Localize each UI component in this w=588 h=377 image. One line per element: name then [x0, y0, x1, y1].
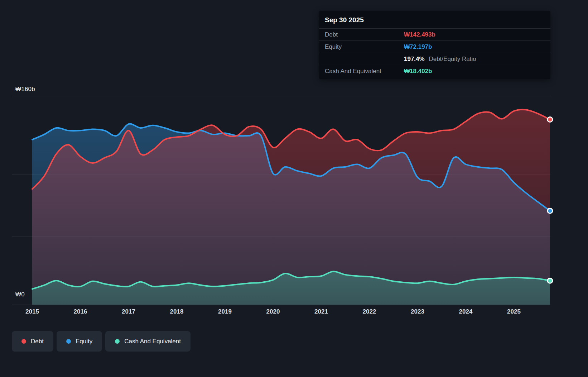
y-axis-label-top: ₩160b — [15, 86, 35, 93]
tooltip-row-equity: Equity ₩72.197b — [319, 40, 550, 53]
x-axis-label: 2016 — [74, 308, 87, 315]
x-axis-label: 2025 — [507, 308, 521, 315]
tooltip-row-ratio: 197.4% Debt/Equity Ratio — [319, 53, 550, 65]
equity-endpoint-marker — [548, 208, 553, 213]
tooltip-cash-label: Cash And Equivalent — [325, 68, 404, 75]
tooltip-ratio-value: 197.4% — [404, 56, 425, 62]
legend-item-debt[interactable]: Debt — [12, 331, 53, 352]
x-axis-label: 2021 — [314, 308, 328, 315]
x-axis-label: 2020 — [266, 308, 280, 315]
tooltip-equity-label: Equity — [325, 43, 404, 51]
legend-dot-equity-icon — [66, 339, 71, 344]
legend-label-equity: Equity — [76, 338, 92, 345]
debt-endpoint-marker — [548, 117, 553, 122]
y-axis-label-zero: ₩0 — [15, 291, 25, 298]
x-axis-label: 2019 — [218, 308, 232, 315]
x-axis-label: 2017 — [122, 308, 135, 315]
x-axis-label: 2018 — [170, 308, 184, 315]
tooltip-equity-value: ₩72.197b — [404, 43, 545, 51]
legend-label-debt: Debt — [31, 338, 44, 345]
x-axis-label: 2024 — [459, 308, 473, 315]
tooltip-row-debt: Debt ₩142.493b — [319, 28, 550, 40]
tooltip-debt-value: ₩142.493b — [404, 31, 545, 38]
legend-dot-debt-icon — [21, 339, 26, 344]
x-axis-label: 2023 — [411, 308, 424, 315]
tooltip-cash-value: ₩18.402b — [404, 68, 545, 75]
x-axis-label: 2022 — [363, 308, 376, 315]
cash-and-equivalent-endpoint-marker — [548, 278, 553, 283]
x-axis-label: 2015 — [25, 308, 39, 315]
legend-dot-cash-icon — [115, 339, 120, 344]
legend: Debt Equity Cash And Equivalent — [12, 331, 191, 352]
legend-item-equity[interactable]: Equity — [57, 331, 102, 352]
debt-equity-chart-page: ₩160b ₩0 2015201620172018201920202021202… — [0, 0, 588, 377]
legend-label-cash: Cash And Equivalent — [124, 338, 181, 345]
tooltip-ratio-label: Debt/Equity Ratio — [429, 56, 476, 62]
tooltip-debt-label: Debt — [325, 31, 404, 38]
tooltip-row-cash: Cash And Equivalent ₩18.402b — [319, 65, 550, 77]
legend-item-cash[interactable]: Cash And Equivalent — [105, 331, 191, 352]
tooltip: Sep 30 2025 Debt ₩142.493b Equity ₩72.19… — [319, 11, 550, 79]
tooltip-date: Sep 30 2025 — [319, 11, 550, 28]
